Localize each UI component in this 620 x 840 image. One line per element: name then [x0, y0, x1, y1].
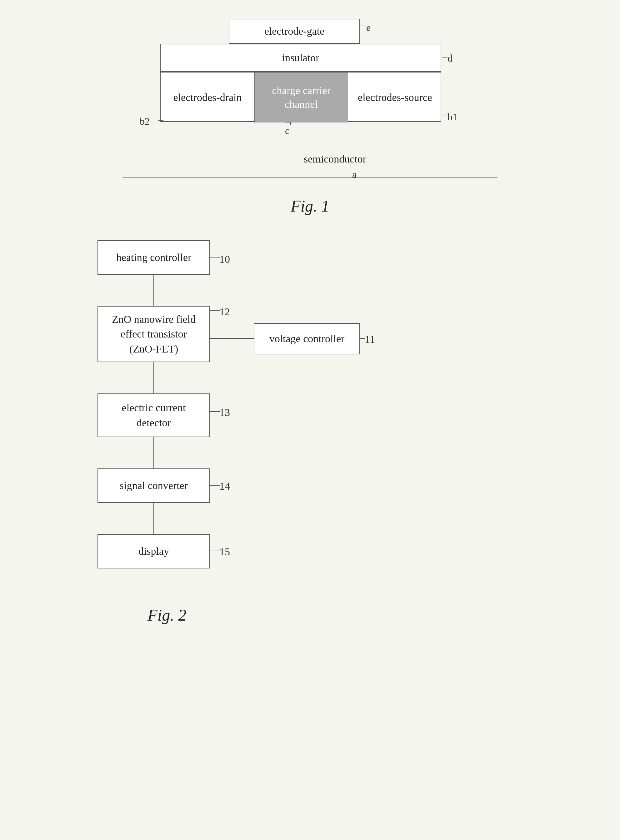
- signal-converter-box: signal converter: [98, 468, 210, 503]
- ref14-line: [210, 485, 220, 486]
- source-box: electrodes-source: [348, 72, 442, 122]
- electric-current-text: electric current detector: [122, 400, 186, 430]
- label-a: a: [352, 169, 357, 180]
- label-e: e: [366, 22, 522, 33]
- d-line-h: [442, 57, 447, 57]
- fig2-caption: Fig. 2: [147, 606, 186, 625]
- label-b1: b1: [447, 111, 457, 123]
- conn-sc-disp: [153, 503, 154, 534]
- ref-10: 10: [220, 253, 230, 265]
- ref-14: 14: [220, 480, 230, 492]
- label-d: d: [447, 53, 453, 64]
- ref12-line: [210, 310, 220, 311]
- ref10-line: [210, 257, 220, 258]
- ref11-line: [360, 338, 365, 339]
- ref13-line: [210, 411, 220, 412]
- conn-zno-vc: [210, 338, 254, 339]
- fig1-caption: Fig. 1: [290, 197, 330, 215]
- channel-line1: charge carrier: [272, 84, 330, 98]
- heating-controller-text: heating controller: [116, 250, 191, 265]
- channel-box: charge carrier channel: [254, 72, 348, 122]
- channel-line2: channel: [285, 98, 318, 111]
- semiconductor-line: semiconductor a: [122, 153, 498, 178]
- semi-horiz-line: [122, 178, 498, 178]
- conn-ec-sc: [153, 437, 154, 468]
- zno-text: ZnO nanowire field effect transistor (Zn…: [112, 312, 196, 357]
- page-content: electrode-gate insulator electrodes-drai…: [60, 19, 560, 625]
- electrode-gate-label: electrode-gate: [264, 25, 325, 37]
- label-c: c: [285, 125, 289, 137]
- heating-controller-box: heating controller: [98, 240, 210, 275]
- insulator-layer: insulator: [160, 44, 441, 72]
- conn-hc-zno: [153, 275, 154, 306]
- drain-box: electrodes-drain: [161, 72, 254, 122]
- bc-layer: electrodes-drain charge carrier channel …: [160, 72, 441, 122]
- voltage-controller-box: voltage controller: [254, 323, 360, 354]
- semi-line-v: [351, 160, 351, 169]
- b2-line-h: [158, 120, 163, 120]
- ref-13: 13: [220, 406, 230, 418]
- conn-zno-ec: [153, 362, 154, 393]
- voltage-controller-text: voltage controller: [269, 331, 345, 346]
- ref-12: 12: [220, 306, 230, 318]
- zno-box: ZnO nanowire field effect transistor (Zn…: [98, 306, 210, 362]
- fig1-diagram: electrode-gate insulator electrodes-drai…: [122, 19, 498, 150]
- fig2-area: heating controller 10 ZnO nanowire field…: [60, 240, 560, 625]
- drain-label: electrodes-drain: [173, 92, 242, 104]
- fig1-area: electrode-gate insulator electrodes-drai…: [60, 19, 560, 215]
- fig1-wrapper: electrode-gate insulator electrodes-drai…: [122, 19, 498, 178]
- insulator-label: insulator: [282, 52, 319, 64]
- label-b2: b2: [140, 116, 150, 127]
- fig2-diagram: heating controller 10 ZnO nanowire field…: [98, 240, 379, 600]
- ref-11: 11: [365, 333, 375, 345]
- ref15-line: [210, 551, 220, 551]
- b1-line-h: [442, 116, 447, 116]
- source-label: electrodes-source: [358, 92, 432, 104]
- semiconductor-label: semiconductor: [304, 153, 366, 165]
- c-line-h: [285, 122, 290, 122]
- electric-current-box: electric current detector: [98, 393, 210, 437]
- display-text: display: [138, 544, 169, 559]
- electrode-gate-layer: electrode-gate: [229, 19, 360, 44]
- ref-15: 15: [220, 546, 230, 558]
- display-box: display: [98, 534, 210, 568]
- e-line-h: [361, 26, 366, 26]
- signal-converter-text: signal converter: [120, 478, 188, 493]
